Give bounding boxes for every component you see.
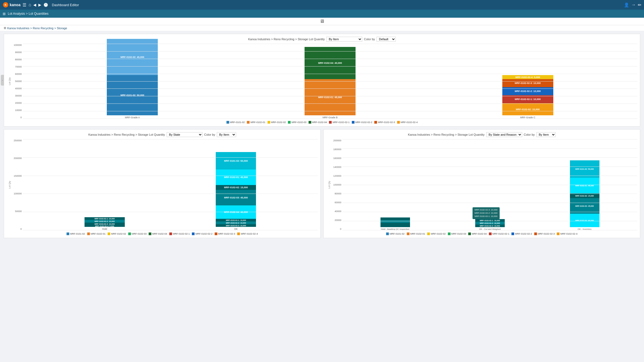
bottom-right-title: Kanoa Industries > Reno Recycling > Stor…	[408, 133, 485, 136]
bar-grade-a: MRF-0101-02: 50,000 MRF-0102-02: 45,000 …	[107, 39, 158, 119]
legend-item: MRF-0102-04	[468, 232, 487, 235]
bottom-left-chart-area: Lot Qty 0 50000 100000 150000 200000 250…	[7, 139, 318, 230]
bar-x-label: OK - Cut and Weighed	[475, 228, 505, 230]
legend-item: MRF-0102-02-3	[534, 232, 555, 235]
legend-item: MRF-0101-02	[386, 232, 405, 235]
bar-segment: MRF-0102-01: 45,000	[570, 178, 599, 193]
legend-swatch	[534, 232, 537, 235]
bottom-right-colorby-select[interactable]: By Item Default By State	[536, 132, 556, 137]
top-chart-y-label: Lot Qty	[8, 77, 11, 85]
legend-item: MRF-0102-03	[288, 121, 306, 124]
legend-swatch	[309, 121, 311, 124]
legend-swatch	[149, 232, 151, 235]
legend-swatch	[87, 232, 90, 235]
legend-swatch	[237, 232, 240, 235]
edit-icon[interactable]: ✏	[638, 2, 641, 8]
sub-nav-breadcrumb[interactable]: Lot Analysis > Lot Quantities	[8, 12, 49, 16]
bottom-right-colorby-label: Color by	[524, 133, 535, 136]
legend-item: MRF-0102-02-4	[237, 232, 258, 235]
legend-item: MRF-0102-02-1	[489, 232, 510, 235]
bottom-left-chart-header: Kanoa Industries > Reno Recycling > Stor…	[7, 132, 318, 137]
nav-right-icons: 👤 → ✏	[624, 2, 641, 8]
bar-segment	[380, 226, 410, 227]
top-chart-title: Kanoa Industries > Reno Recycling > Stor…	[248, 38, 325, 41]
bar-segment: MRF-0102-02-4: 5,000	[502, 75, 553, 79]
bottom-left-colorby-select[interactable]: By Item Default By State	[217, 132, 236, 137]
kanoa-logo-icon: K	[3, 2, 9, 8]
legend-swatch	[468, 232, 471, 235]
bottom-right-bars: Hold - Awaiting QC Inspection MRF-0102-0…	[342, 139, 637, 230]
legend-swatch	[128, 232, 131, 235]
bottom-right-legend: MRF-0101-02 MRF-0102-01 MRF-0102-02 MRF-…	[326, 232, 637, 235]
user-icon[interactable]: 👤	[624, 2, 629, 8]
bottom-left-bars: MRF-0102-02-4: 5,000 MRF-0102-02-3: 10,0…	[23, 139, 318, 230]
top-chart-colorby-label: Color by	[364, 38, 375, 41]
bottom-left-legend: MRF-0101-02 MRF-0102-01 MRF-0102-02 MRF-…	[7, 232, 318, 235]
bottom-right-chart-header: Kanoa Industries > Reno Recycling > Stor…	[326, 132, 637, 137]
legend-item: MRF-0102-01	[87, 232, 106, 235]
bar-segment: MRF-0102-02-2: 10,000	[475, 222, 505, 224]
bottom-right-chart-panel: Kanoa Industries > Reno Recycling > Stor…	[323, 129, 640, 238]
forward-icon[interactable]: ▶	[38, 3, 41, 7]
bar-segment: MRF-0102-04: 40,000	[570, 214, 599, 227]
legend-item: MRF-0102-01	[407, 232, 425, 235]
home-icon[interactable]: ⌂	[28, 2, 31, 7]
bar-segment: MRF-0102-02-2: 10,000	[502, 87, 553, 95]
bar-segment: MRF-0101-02: 50,000	[216, 152, 256, 169]
bar-segment: MRF-0102-02-1: 10,000	[475, 219, 505, 222]
legend-swatch	[386, 232, 389, 235]
bottom-left-groupby-select[interactable]: By State By Item By State and Reason	[167, 132, 203, 137]
bar-segment: MRF-0102-02-2: 10,000	[216, 221, 256, 224]
legend-swatch	[427, 232, 430, 235]
legend-item: MRF-0102-04	[309, 121, 327, 124]
legend-item: MRF-0102-02-2	[352, 121, 372, 124]
top-chart-area: Lot Qty 0 10000 20000 30000 40000 50000 …	[7, 44, 637, 119]
legend-item: MRF-0102-02-3	[215, 232, 235, 235]
legend-swatch	[407, 232, 409, 235]
bar-segment: MRF-0102-02-1: 10,000	[502, 95, 553, 103]
main-content: ‹ Kanoa Industries > Reno Recycling > St…	[0, 31, 644, 241]
monitor-bar: 🖥	[0, 18, 644, 25]
bottom-right-groupby-select[interactable]: By State and Reason By Item By State	[486, 132, 522, 137]
bar-grade-b: MRF-0102-01: 45,000 MRF-0102-04: 40,000 …	[305, 47, 356, 119]
legend-item: MRF-0102-02-4	[397, 121, 418, 124]
top-chart-legend: MRF-0101-02 MRF-0102-01 MRF-0102-02 MRF-…	[7, 121, 637, 124]
bar-segment: MRF-0102-02: 15,000	[570, 193, 599, 198]
bar-segment: MRF-0102-03: 45,000	[216, 190, 256, 205]
legend-swatch	[448, 232, 451, 235]
sub-nav: ⊞ Lot Analysis > Lot Quantities	[0, 10, 644, 18]
bar-segment: MRF-0101-02: 50,000	[570, 160, 599, 178]
back-icon[interactable]: ◀	[33, 3, 36, 7]
bar-segment: MRF-0102-02-3: 10,000	[502, 79, 553, 87]
menu-icon[interactable]: ☰	[23, 2, 26, 8]
bar-segment: MRF-0102-01: 45,000	[216, 169, 256, 185]
legend-swatch	[268, 121, 270, 124]
legend-swatch	[288, 121, 291, 124]
bar-segment: MRF-0102-02: 15,000	[216, 185, 256, 190]
breadcrumb-icon: ⊞	[4, 26, 6, 30]
breadcrumb-text: Kanoa Industries > Reno Recycling > Stor…	[7, 27, 67, 30]
bar-segment: MRF-0101-02: 50,000	[107, 75, 158, 115]
legend-item: MRF-0102-01	[247, 121, 265, 124]
bar-x-label: OK	[234, 228, 238, 230]
legend-swatch	[108, 232, 110, 235]
bar-x-label: MRF-Grade C	[520, 116, 535, 119]
top-chart-colorby-select[interactable]: Default By Item By State	[376, 37, 396, 42]
nav-title: Dashboard Editor	[52, 3, 79, 7]
legend-swatch	[215, 232, 217, 235]
history-icon[interactable]: 🕐	[43, 3, 48, 7]
top-chart-groupby-select[interactable]: By Item By State By State and Reason	[326, 37, 362, 42]
bottom-left-title: Kanoa Industries > Reno Recycling > Stor…	[88, 133, 165, 136]
top-chart-header: Kanoa Industries > Reno Recycling > Stor…	[7, 37, 637, 42]
legend-item: MRF-0102-04	[149, 232, 167, 235]
legend-swatch	[557, 232, 559, 235]
collapse-handle[interactable]: ‹	[1, 75, 4, 86]
login-icon[interactable]: →	[631, 2, 636, 7]
bar-segment: MRF-0102-02-1: 10,000	[216, 219, 256, 221]
bar-segment: MRF-0102-04: 40,000	[216, 205, 256, 219]
svg-text:K: K	[5, 3, 7, 6]
bottom-right-y-label: Lot Qty	[328, 181, 331, 189]
app-logo: K kanoa	[3, 2, 20, 8]
bottom-left-colorby-label: Color by	[204, 133, 215, 136]
legend-swatch	[352, 121, 354, 124]
